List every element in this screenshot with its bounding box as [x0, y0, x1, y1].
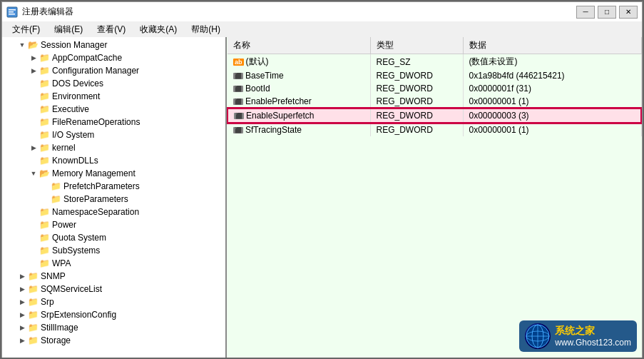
tree-toggle[interactable]: ▶ — [16, 322, 28, 333]
table-row[interactable]: ab(默认)REG_SZ(数值未设置) — [228, 54, 641, 70]
folder-closed-icon: 📁 — [39, 246, 50, 256]
registry-type-cell: REG_SZ — [370, 54, 463, 70]
tree-item-dos-devices[interactable]: ▶ 📁 DOS Devices — [2, 77, 225, 90]
tree-item-executive[interactable]: ▶ 📁 Executive — [2, 103, 225, 116]
folder-open-icon: 📂 — [39, 168, 50, 178]
tree-toggle[interactable]: ▶ — [16, 296, 28, 308]
tree-item-wpa[interactable]: ▶ 📁 WPA — [2, 257, 225, 270]
menu-favorites[interactable]: 收藏夹(A) — [134, 22, 183, 37]
registry-name-cell: ⬛BootId — [228, 82, 370, 95]
tree-item-store-params[interactable]: ▶ 📁 StoreParameters — [2, 193, 225, 206]
tree-toggle[interactable]: ▶ — [16, 283, 28, 295]
table-row[interactable]: ⬛SfTracingStateREG_DWORD0x00000001 (1) — [228, 123, 641, 136]
folder-closed-icon: 📁 — [39, 53, 50, 63]
table-row[interactable]: ⬛EnableSuperfetchREG_DWORD0x00000003 (3) — [228, 108, 641, 123]
tree-panel: ▼ 📂 Session Manager ▶ 📁 AppCompatCache ▶… — [2, 37, 227, 359]
tree-item-prefetch-params[interactable]: ▶ 📁 PrefetchParameters — [2, 180, 225, 193]
tree-item-io-system[interactable]: ▶ 📁 I/O System — [2, 128, 225, 141]
svg-rect-2 — [9, 11, 14, 13]
tree-toggle[interactable]: ▼ — [16, 39, 28, 51]
tree-item-appcompat[interactable]: ▶ 📁 AppCompatCache — [2, 51, 225, 64]
registry-type-cell: REG_DWORD — [370, 82, 463, 95]
folder-closed-icon: 📁 — [39, 258, 50, 268]
folder-closed-icon: 📁 — [39, 156, 50, 166]
tree-item-session-manager[interactable]: ▼ 📂 Session Manager — [2, 39, 225, 51]
tree-item-subsystems[interactable]: ▶ 📁 SubSystems — [2, 244, 225, 257]
tree-toggle[interactable]: ▼ — [28, 168, 39, 179]
registry-type-cell: REG_DWORD — [370, 69, 463, 82]
tree-item-snmp[interactable]: ▶ 📁 SNMP — [2, 270, 225, 283]
col-type: 类型 — [370, 37, 463, 54]
tree-toggle[interactable]: ▶ — [28, 142, 39, 153]
folder-closed-icon: 📁 — [28, 297, 39, 307]
folder-closed-icon: 📁 — [39, 220, 50, 230]
tree-item-filerename[interactable]: ▶ 📁 FileRenameOperations — [2, 116, 225, 128]
menu-bar: 文件(F) 编辑(E) 查看(V) 收藏夹(A) 帮助(H) — [1, 21, 643, 37]
tree-item-stillimage[interactable]: ▶ 📁 StillImage — [2, 321, 225, 334]
folder-closed-icon: 📁 — [39, 79, 50, 89]
tree-toggle[interactable]: ▶ — [16, 309, 28, 320]
title-bar: 注册表编辑器 ─ □ ✕ — [1, 1, 643, 21]
registry-name-cell: ⬛EnablePrefetcher — [228, 95, 370, 108]
tree-item-knowndlls[interactable]: ▶ 📁 KnownDLLs — [2, 154, 225, 167]
folder-closed-icon: 📁 — [39, 130, 50, 140]
registry-data-cell: 0x00000001 (1) — [463, 123, 641, 136]
right-panel: 名称 类型 数据 ab(默认)REG_SZ(数值未设置)⬛BaseTimeREG… — [227, 37, 642, 359]
maximize-button[interactable]: □ — [598, 6, 616, 19]
svg-rect-3 — [9, 14, 15, 15]
tree-item-kernel[interactable]: ▶ 📁 kernel — [2, 141, 225, 154]
watermark-text: 系统之家 www.Ghost123.com — [555, 325, 631, 348]
minimize-button[interactable]: ─ — [576, 6, 595, 19]
tree-toggle[interactable]: ▶ — [16, 270, 28, 282]
reg-type-icon: ⬛ — [233, 127, 243, 133]
tree-item-sqm[interactable]: ▶ 📁 SQMServiceList — [2, 283, 225, 295]
tree-toggle[interactable]: ▶ — [28, 65, 39, 76]
tree-toggle[interactable]: ▶ — [28, 52, 39, 64]
reg-type-icon: ⬛ — [233, 98, 243, 105]
folder-closed-icon: 📁 — [28, 271, 39, 281]
col-name: 名称 — [228, 37, 370, 54]
main-container: ▼ 📂 Session Manager ▶ 📁 AppCompatCache ▶… — [1, 37, 643, 359]
tree-item-power[interactable]: ▶ 📁 Power — [2, 218, 225, 231]
table-row[interactable]: ⬛BootIdREG_DWORD0x0000001f (31) — [228, 82, 641, 95]
folder-closed-icon: 📁 — [39, 117, 50, 127]
registry-name-cell: ⬛SfTracingState — [228, 123, 370, 136]
menu-file[interactable]: 文件(F) — [6, 22, 46, 37]
table-row[interactable]: ⬛BaseTimeREG_DWORD0x1a98b4fd (446215421) — [228, 69, 641, 82]
registry-type-cell: REG_DWORD — [370, 95, 463, 108]
folder-closed-icon: 📁 — [28, 310, 39, 320]
tree-item-memory-mgmt[interactable]: ▼ 📂 Memory Management — [2, 167, 225, 180]
menu-view[interactable]: 查看(V) — [91, 22, 131, 37]
registry-name-cell: ab(默认) — [228, 54, 370, 70]
folder-closed-icon: 📁 — [39, 207, 50, 217]
folder-closed-icon: 📁 — [39, 143, 50, 153]
folder-closed-icon: 📁 — [39, 66, 50, 76]
registry-data-cell: 0x0000001f (31) — [463, 82, 641, 95]
registry-type-cell: REG_DWORD — [370, 108, 463, 123]
close-button[interactable]: ✕ — [619, 6, 638, 19]
tree-item-storage[interactable]: ▶ 📁 Storage — [2, 334, 225, 347]
folder-closed-icon: 📁 — [39, 91, 50, 101]
registry-data-cell: 0x00000003 (3) — [463, 108, 641, 123]
tree-toggle[interactable]: ▶ — [16, 335, 28, 346]
watermark-site1: 系统之家 — [555, 325, 631, 338]
registry-type-cell: REG_DWORD — [370, 123, 463, 136]
tree-item-config-manager[interactable]: ▶ 📁 Configuration Manager — [2, 64, 225, 77]
folder-closed-icon: 📁 — [28, 323, 39, 333]
menu-help[interactable]: 帮助(H) — [185, 22, 226, 37]
table-row[interactable]: ⬛EnablePrefetcherREG_DWORD0x00000001 (1) — [228, 95, 641, 108]
tree-item-srp[interactable]: ▶ 📁 Srp — [2, 295, 225, 308]
reg-type-icon: ab — [233, 59, 244, 66]
folder-closed-icon: 📁 — [39, 233, 50, 243]
folder-open-icon: 📂 — [28, 40, 39, 50]
tree-item-environment[interactable]: ▶ 📁 Environment — [2, 90, 225, 103]
tree-item-srp-ext[interactable]: ▶ 📁 SrpExtensionConfig — [2, 308, 225, 321]
registry-name-cell: ⬛EnableSuperfetch — [228, 108, 370, 123]
registry-data-cell: 0x00000001 (1) — [463, 95, 641, 108]
registry-table: 名称 类型 数据 ab(默认)REG_SZ(数值未设置)⬛BaseTimeREG… — [227, 37, 642, 136]
menu-edit[interactable]: 编辑(E) — [48, 22, 88, 37]
window-title: 注册表编辑器 — [22, 6, 73, 18]
tree-item-quota[interactable]: ▶ 📁 Quota System — [2, 231, 225, 244]
col-data: 数据 — [463, 37, 641, 54]
tree-item-namespace[interactable]: ▶ 📁 NamespaceSeparation — [2, 206, 225, 218]
